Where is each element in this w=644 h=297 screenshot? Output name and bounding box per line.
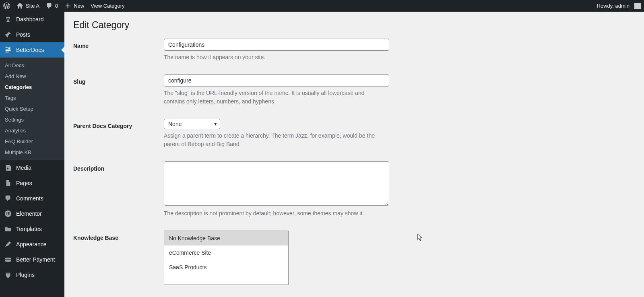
parent-hint: Assign a parent term to create a hierarc… bbox=[164, 132, 379, 148]
wp-logo-link[interactable] bbox=[0, 0, 13, 12]
menu-betterdocs[interactable]: BetterDocs bbox=[0, 42, 64, 58]
description-label: Description bbox=[73, 161, 164, 172]
menu-plugins-label: Plugins bbox=[16, 272, 35, 278]
slug-hint: The "slug" is the URL-friendly version o… bbox=[164, 89, 379, 106]
submenu-tags[interactable]: Tags bbox=[0, 93, 64, 103]
site-name: Site A bbox=[26, 3, 39, 9]
slug-input[interactable] bbox=[164, 74, 389, 87]
view-category-label: View Category bbox=[91, 3, 124, 9]
view-category-link[interactable]: View Category bbox=[87, 0, 128, 12]
field-row-slug: Slug The "slug" is the URL-friendly vers… bbox=[73, 74, 635, 106]
comments-link[interactable]: 0 bbox=[43, 0, 61, 12]
submenu-all-docs[interactable]: All Docs bbox=[0, 60, 64, 71]
site-link[interactable]: Site A bbox=[13, 0, 43, 12]
dashboard-icon bbox=[4, 16, 12, 23]
plus-icon bbox=[64, 2, 71, 9]
home-icon bbox=[17, 2, 23, 9]
field-row-kb: Knowledge Base No Knowledge Base eCommer… bbox=[73, 231, 635, 285]
submenu-faq-builder[interactable]: FAQ Builder bbox=[0, 136, 64, 147]
account-link[interactable]: Howdy, admin bbox=[594, 0, 644, 12]
description-hint: The description is not prominent by defa… bbox=[164, 209, 379, 218]
brush-icon bbox=[4, 241, 12, 248]
submenu-multiple-kb[interactable]: Multiple KB bbox=[0, 147, 64, 158]
field-row-description: Description The description is not promi… bbox=[73, 161, 635, 218]
wordpress-icon bbox=[3, 2, 10, 9]
menu-media-label: Media bbox=[16, 165, 31, 171]
menu-templates[interactable]: Templates bbox=[0, 221, 64, 237]
comments-count: 0 bbox=[55, 3, 58, 9]
submenu-quick-setup[interactable]: Quick Setup bbox=[0, 103, 64, 114]
kb-select[interactable]: No Knowledge Base eCommerce Site SaaS Pr… bbox=[164, 231, 289, 285]
media-icon bbox=[4, 164, 12, 171]
submenu-categories[interactable]: Categories bbox=[0, 82, 64, 93]
description-textarea[interactable] bbox=[164, 161, 389, 206]
pin-icon bbox=[4, 31, 12, 38]
main-content: Edit Category Name The name is how it ap… bbox=[64, 12, 644, 297]
menu-betterdocs-label: BetterDocs bbox=[16, 47, 44, 53]
svg-rect-1 bbox=[6, 212, 7, 215]
slug-label: Slug bbox=[73, 74, 164, 85]
plugin-icon bbox=[4, 271, 12, 278]
menu-pages-label: Pages bbox=[16, 180, 32, 186]
admin-sidebar: Dashboard Posts BetterDocs All Docs Add … bbox=[0, 12, 64, 297]
new-link[interactable]: New bbox=[61, 0, 87, 12]
submenu-add-new[interactable]: Add New bbox=[0, 71, 64, 82]
betterdocs-icon bbox=[4, 46, 12, 54]
menu-better-payment-label: Better Payment bbox=[16, 256, 55, 263]
parent-select[interactable]: None bbox=[164, 119, 220, 129]
kb-option-none[interactable]: No Knowledge Base bbox=[164, 231, 288, 245]
kb-label: Knowledge Base bbox=[73, 231, 164, 241]
kb-option-saas[interactable]: SaaS Products bbox=[164, 260, 288, 274]
svg-rect-6 bbox=[5, 259, 11, 260]
payment-icon bbox=[4, 256, 12, 263]
svg-rect-3 bbox=[8, 213, 10, 214]
new-label: New bbox=[74, 3, 84, 9]
elementor-icon bbox=[4, 210, 12, 217]
svg-rect-2 bbox=[8, 212, 10, 213]
page-title: Edit Category bbox=[73, 20, 635, 31]
field-row-name: Name The name is how it appears on your … bbox=[73, 39, 635, 62]
page-icon bbox=[4, 179, 12, 187]
menu-better-payment[interactable]: Better Payment bbox=[0, 252, 64, 267]
svg-rect-5 bbox=[5, 258, 11, 262]
comment-icon bbox=[46, 2, 53, 9]
menu-plugins[interactable]: Plugins bbox=[0, 267, 64, 278]
menu-templates-label: Templates bbox=[16, 226, 42, 232]
name-label: Name bbox=[73, 39, 164, 49]
field-row-parent: Parent Docs Category None Assign a paren… bbox=[73, 119, 635, 148]
menu-posts-label: Posts bbox=[16, 31, 30, 38]
submenu-betterdocs: All Docs Add New Categories Tags Quick S… bbox=[0, 58, 64, 160]
howdy-text: Howdy, admin bbox=[597, 3, 630, 9]
menu-elementor[interactable]: Elementor bbox=[0, 206, 64, 221]
name-input[interactable] bbox=[164, 39, 389, 51]
kb-option-ecommerce[interactable]: eCommerce Site bbox=[164, 245, 288, 260]
name-hint: The name is how it appears on your site. bbox=[164, 53, 379, 62]
menu-appearance-label: Appearance bbox=[16, 241, 47, 248]
menu-posts[interactable]: Posts bbox=[0, 27, 64, 42]
submenu-analytics[interactable]: Analytics bbox=[0, 125, 64, 136]
avatar bbox=[634, 3, 641, 9]
menu-comments[interactable]: Comments bbox=[0, 191, 64, 206]
menu-dashboard[interactable]: Dashboard bbox=[0, 12, 64, 27]
menu-comments-label: Comments bbox=[16, 195, 43, 202]
submenu-settings[interactable]: Settings bbox=[0, 114, 64, 125]
menu-pages[interactable]: Pages bbox=[0, 175, 64, 191]
svg-rect-4 bbox=[8, 214, 10, 215]
admin-toolbar: Site A 0 New View Category Howdy, admin bbox=[0, 0, 644, 12]
folder-icon bbox=[4, 225, 12, 233]
parent-label: Parent Docs Category bbox=[73, 119, 164, 129]
menu-elementor-label: Elementor bbox=[16, 210, 42, 217]
comments-icon bbox=[4, 195, 12, 202]
menu-dashboard-label: Dashboard bbox=[16, 16, 44, 23]
menu-media[interactable]: Media bbox=[0, 160, 64, 175]
menu-appearance[interactable]: Appearance bbox=[0, 237, 64, 252]
